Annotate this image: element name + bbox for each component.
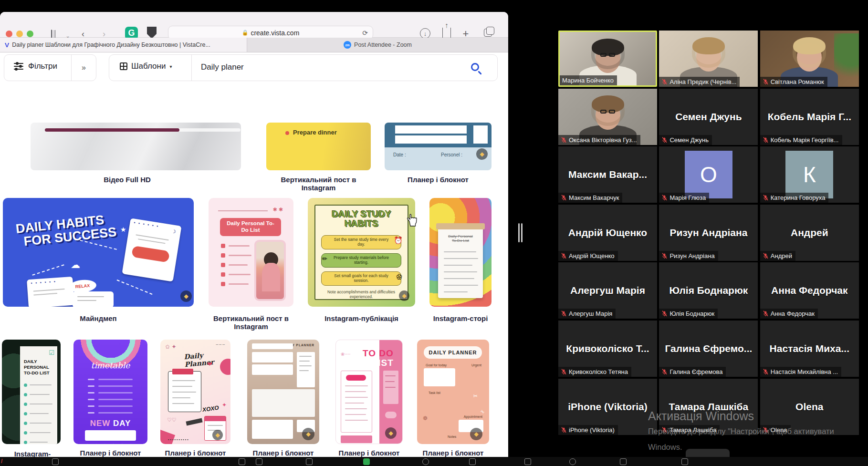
chevrons-icon: »	[82, 63, 86, 72]
zoom-participant-tile[interactable]: Андрей Андрей	[760, 205, 859, 261]
asterisk-icon: ✱ ✱	[273, 207, 283, 213]
share-icon[interactable]	[442, 28, 451, 38]
search-icon[interactable]	[471, 63, 479, 71]
filters-button[interactable]: Фільтри	[14, 62, 57, 71]
participant-name-label: Настасія Михайлівна ...	[760, 367, 841, 377]
tab-overview-icon[interactable]	[484, 29, 492, 37]
taskbar-excel-icon[interactable]	[363, 458, 370, 465]
safari-window: ⌄ ‹ › G 🔒 create.vista.com ⟳ ↓ + V Daily…	[0, 12, 508, 457]
taskbar-camera-icon[interactable]	[422, 458, 429, 465]
template-timetable[interactable]: timetable NEW DAY ● ● ● ● ● ●	[73, 340, 147, 444]
search-input[interactable]: Daily planer	[201, 62, 244, 72]
zoom-participant-tile[interactable]: Аліна Предик (Чернів...	[659, 31, 758, 87]
mic-muted-icon	[561, 195, 567, 201]
zoom-participant-tile[interactable]: Галина Єфремо... Галина Єфремова	[659, 321, 758, 377]
template-planner-blue[interactable]: Date : Personel : ◆	[385, 123, 492, 170]
zoom-participant-tile[interactable]: Ризун Андріана Ризун Андріана	[659, 205, 758, 261]
zoom-participant-tile[interactable]: Настасія Миха... Настасія Михайлівна ...	[760, 321, 859, 377]
zoom-participant-tile[interactable]: iPhone (Viktoria) iPhone (Viktoria)	[558, 379, 657, 435]
taskbar-app-icon[interactable]	[256, 458, 262, 465]
template-peach-planner[interactable]: DAILY PLANNER Goal for today Urgent Task…	[417, 340, 489, 444]
template-video-fullhd[interactable]	[31, 123, 241, 170]
taskbar-edge-icon: /	[1, 458, 7, 465]
study-item: Prepare study materials before starting.	[321, 253, 401, 268]
template-mindmap[interactable]: DAILY HABITS FOR SUCCESS ★ ☽	[3, 198, 194, 307]
plant-doodle: ❁	[423, 415, 428, 422]
ribbon-icon: 🏵	[396, 273, 403, 280]
artwork-text: Date :	[393, 152, 406, 157]
zoom-window-button[interactable]	[27, 31, 33, 37]
templates-dropdown[interactable]: Шаблони ▾	[120, 62, 172, 71]
note-card	[341, 371, 372, 433]
template-instagram-post-yellow[interactable]: Prepare dinner	[266, 123, 371, 170]
premium-badge-icon: ◆	[476, 148, 488, 160]
template-label: Планер і блокнот	[73, 449, 147, 457]
zoom-participant-tile[interactable]: Оксана Вікторівна Гуз...	[558, 89, 657, 145]
zoom-participant-tile[interactable]: Кобель Марія Г... Кобель Марія Георгіїв.…	[760, 89, 859, 145]
downloads-icon[interactable]: ↓	[420, 28, 430, 39]
artwork-text: Daily Personal To-Do List	[220, 218, 281, 236]
template-rainbow-story[interactable]: Daily Personal To-Do List	[429, 198, 492, 307]
taskbar-app-icon[interactable]	[306, 458, 313, 465]
premium-badge-icon: ◆	[399, 290, 409, 301]
zoom-participant-tile[interactable]: О Марія Глюза	[659, 146, 758, 203]
vistacreate-page: Фільтри » Шаблони ▾ Daily planer	[0, 52, 508, 457]
taskbar-app-icon[interactable]	[239, 458, 245, 465]
screen: ⌄ ‹ › G 🔒 create.vista.com ⟳ ↓ + V Daily…	[0, 0, 868, 466]
zoom-participant-tile[interactable]: Кривоколіско Т... Кривоколіско Тетяна	[558, 321, 657, 377]
artwork-text: Daily Personal	[438, 234, 483, 238]
premium-badge-icon: ◆	[180, 290, 192, 302]
artwork-text: Goal for today	[426, 363, 447, 367]
zoom-participant-tile[interactable]: Анна Федорчак Анна Федорчак	[760, 262, 859, 319]
taskbar-app-icon[interactable]	[469, 458, 476, 465]
template-weekly-planner[interactable]: WEEKLY PLANNER ◆	[247, 340, 319, 444]
zoom-participant-tile[interactable]: Марина Бойченко	[558, 31, 657, 87]
taskbar-browser-icon[interactable]	[569, 458, 576, 465]
artwork-text: DAY	[113, 419, 131, 428]
zoom-participant-tile[interactable]: Максим Вакар... Максим Вакарчук	[558, 146, 657, 203]
template-todo-list[interactable]: TO DO LIST ❀┄┄	[335, 340, 403, 444]
template-study-habits[interactable]: DAILY STUDY HABITS Set the same study ti…	[308, 198, 415, 307]
taskbar-share-icon[interactable]	[681, 458, 688, 465]
artwork-text: Task list	[429, 391, 440, 394]
zoom-participant-tile[interactable]: Юлія Боднарюк Юлія Боднарюк	[659, 262, 758, 319]
zoom-participant-tile[interactable]: Андрій Ющенко Андрій Ющенко	[558, 205, 657, 261]
zoom-participant-tile[interactable]: Світлана Романюк	[760, 31, 859, 87]
template-label: Планер і блокнот	[160, 449, 230, 457]
zoom-participant-tile[interactable]: Алергуш Марія Алергуш Марія	[558, 262, 657, 319]
participant-name-label: Семен Джунь	[659, 135, 712, 145]
privacy-shield-icon[interactable]	[147, 27, 157, 39]
zoom-participant-tile[interactable]: К Катерина Говоруха	[760, 146, 859, 203]
templates-grid-icon	[120, 62, 127, 70]
tab-zoom[interactable]: zm Post Attendee - Zoom	[247, 38, 508, 52]
star-icon: ★	[120, 226, 126, 233]
artwork-text: DAILY PLANNER	[424, 346, 482, 359]
participant-name-label: Кобель Марія Георгіїв...	[760, 135, 842, 145]
windows-activation-watermark: Windows.	[648, 443, 682, 452]
bullet-dot	[285, 131, 289, 135]
scissors-doodle: ✂	[479, 409, 485, 415]
zoom-participant-tile[interactable]: Olena Olena	[760, 379, 859, 435]
template-pink-collage[interactable]: ✩ ✦ ┄┄┄ Daily Planner ❤ XOXO ✦ ♡♡	[160, 340, 230, 444]
zoom-participant-tile[interactable]: Семен Джунь Семен Джунь	[659, 89, 758, 145]
taskbar-app-icon[interactable]	[52, 458, 59, 465]
filters-icon	[14, 62, 23, 70]
participant-name-label: Юлія Боднарюк	[659, 309, 718, 319]
expand-filters-button[interactable]: »	[71, 55, 96, 81]
minimize-window-button[interactable]	[16, 31, 23, 37]
refresh-icon[interactable]: ⟳	[362, 29, 368, 37]
close-window-button[interactable]	[6, 31, 12, 37]
taskbar-person-add-icon[interactable]	[524, 458, 531, 465]
mic-muted-icon	[661, 253, 668, 259]
artwork-text: HABITS	[308, 219, 415, 228]
template-dark-story[interactable]: ☑ DAILY PERSONAL TO-DO LIST	[2, 340, 61, 444]
checkbox-icon: ☑	[49, 349, 54, 356]
tab-vistacreate[interactable]: V Daily planer Шаблони для Графічного Ди…	[0, 38, 247, 52]
pane-resize-handle[interactable]	[518, 223, 523, 242]
zoom-participant-tile[interactable]: Тамара Лашкіба Тамара Лашкіба	[659, 379, 758, 435]
template-pink-todo[interactable]: ✱ ✱ Daily Personal To-Do List	[209, 198, 293, 307]
template-label: Відео Full HD	[31, 176, 224, 184]
taskbar-app-icon[interactable]	[620, 458, 627, 465]
mic-muted-icon	[561, 253, 567, 259]
artwork-text: NEW	[90, 419, 111, 428]
